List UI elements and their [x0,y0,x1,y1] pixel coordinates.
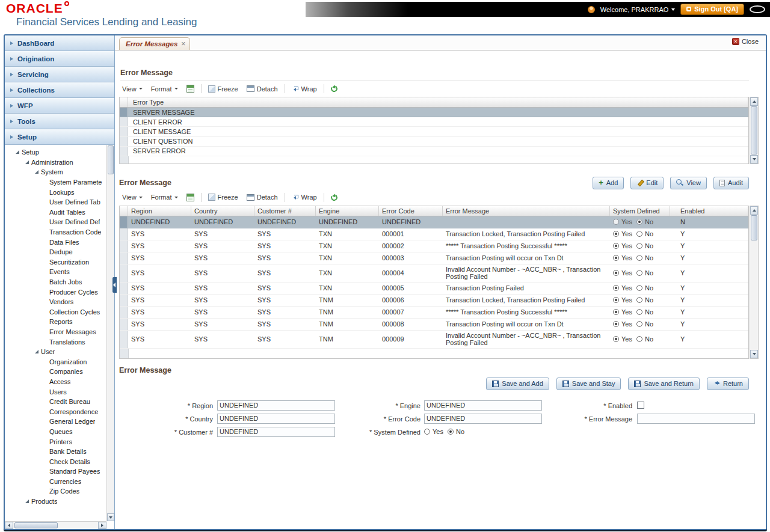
tree-item-zip-codes[interactable]: Zip Codes [5,486,106,497]
system-defined-radio-yes[interactable] [613,219,619,225]
column-header-error-type[interactable]: Error Type [128,97,748,107]
column-header-customer[interactable]: Customer # [254,206,316,216]
audit-button[interactable]: Audit [713,177,749,189]
scrollbar-track[interactable] [13,522,98,529]
system-defined-radio-yes[interactable] [613,231,619,237]
tree-item-access[interactable]: Access [5,377,106,387]
tab-error-messages[interactable]: Error Messages [119,37,190,50]
error-message-row[interactable]: SYSSYSSYSTNM000009Invalid Account Number… [120,331,748,349]
tree-item-user-defined-tab[interactable]: User Defined Tab [5,197,106,207]
tree-vertical-scrollbar[interactable] [106,145,114,521]
tree-item-administration[interactable]: Administration [5,157,106,168]
error-type-row[interactable]: CLIENT QUESTION [120,137,748,147]
column-header-error-message[interactable]: Error Message [443,206,610,216]
system-defined-radio-no[interactable] [636,231,642,237]
system-defined-radio-no[interactable] [636,219,642,225]
country-input[interactable] [217,414,335,424]
table1-vertical-scrollbar[interactable] [750,97,759,164]
view-menu[interactable]: View [120,192,144,202]
save-and-stay-button[interactable]: Save and Stay [556,378,621,390]
tree-item-audit-tables[interactable]: Audit Tables [5,207,106,218]
scroll-down-button[interactable] [750,155,758,164]
tree-item-batch-jobs[interactable]: Batch Jobs [5,277,106,287]
sign-out-button[interactable]: Sign Out [QA] [680,4,744,15]
error-message-row[interactable]: SYSSYSSYSTNM000007***** Transaction Post… [120,307,748,319]
error-message-row[interactable]: SYSSYSSYSTXN000003Transaction Posting wi… [120,252,748,264]
tree-item-collection-cycles[interactable]: Collection Cycles [5,307,106,317]
error-type-row[interactable]: SERVER MESSAGE [120,108,748,117]
enabled-checkbox[interactable] [637,402,644,409]
error-message-input[interactable] [637,414,755,424]
freeze-button[interactable]: Freeze [206,192,240,202]
sidebar-item-setup[interactable]: Setup [5,129,114,145]
tree-item-system-paramete[interactable]: System Paramete [5,177,106,188]
row-selector[interactable] [120,319,128,330]
system-defined-radio-yes[interactable] [613,336,619,342]
tree-item-reports[interactable]: Reports [5,317,106,327]
system-defined-radio-yes[interactable] [613,255,619,261]
sidebar-item-servicing[interactable]: Servicing [5,67,114,82]
error-message-row[interactable]: SYSSYSSYSTXN000001Transaction Locked, Tr… [120,228,748,240]
row-selector[interactable] [120,240,128,252]
region-input[interactable] [217,400,335,411]
system-defined-radio-yes[interactable] [613,309,619,315]
sidebar-item-wfp[interactable]: WFP [5,98,114,114]
view-menu[interactable]: View [120,84,144,94]
save-and-add-button[interactable]: Save and Add [486,378,549,390]
system-defined-radio-no[interactable] [636,270,642,276]
error-message-row[interactable]: SYSSYSSYSTNM000008Transaction Posting wi… [120,319,748,331]
tree-item-currencies[interactable]: Currencies [5,477,106,487]
system-defined-radio-no[interactable] [636,336,642,342]
row-selector[interactable] [120,147,128,156]
scroll-down-button[interactable] [107,513,114,521]
tree-item-correspondence[interactable]: Correspondence [5,406,106,417]
tree-item-setup[interactable]: Setup [5,147,106,157]
tree-item-products[interactable]: Products [5,497,106,507]
system-defined-radio-no[interactable] [636,285,642,291]
engine-input[interactable] [424,400,542,411]
row-selector[interactable] [120,127,128,136]
tree-item-vendors[interactable]: Vendors [5,297,106,307]
row-selector[interactable] [120,331,128,348]
tree-item-bank-details[interactable]: Bank Details [5,447,106,457]
tree-item-organization[interactable]: Organization [5,356,106,367]
detach-button[interactable]: Detach [245,84,280,94]
error-message-row[interactable]: SYSSYSSYSTXN000004Invalid Account Number… [120,264,748,283]
system-defined-radio-yes[interactable] [613,285,619,291]
sidebar-collapse-handle[interactable] [112,277,117,293]
row-selector[interactable] [120,307,128,318]
export-button[interactable] [185,84,196,94]
column-header-country[interactable]: Country [191,206,254,216]
form-system-defined-radio-yes[interactable] [424,429,430,435]
row-selector[interactable] [120,264,128,282]
scroll-down-button[interactable] [750,350,758,358]
return-button[interactable]: Return [707,378,749,390]
tree-item-credit-bureau[interactable]: Credit Bureau [5,397,106,407]
refresh-button[interactable] [329,84,339,93]
column-header-engine[interactable]: Engine [316,206,379,216]
error-message-row[interactable]: SYSSYSSYSTXN000002***** Transaction Post… [120,240,748,252]
edit-button[interactable]: Edit [630,177,664,189]
tree-item-standard-payees[interactable]: Standard Payees [5,466,106,477]
freeze-button[interactable]: Freeze [206,84,240,94]
row-selector[interactable] [120,137,128,146]
system-defined-radio-no[interactable] [636,321,642,327]
tree-item-securitization[interactable]: Securitization [5,257,106,268]
row-selector[interactable] [120,108,128,117]
error-message-row[interactable]: SYSSYSSYSTXN000005Transaction Posting Fa… [120,283,748,295]
wrap-button[interactable]: Wrap [290,84,319,94]
sidebar-item-origination[interactable]: Origination [5,51,114,67]
scroll-up-button[interactable] [750,206,758,215]
error-type-row[interactable]: CLIENT ERROR [120,117,748,127]
row-selector[interactable] [120,252,128,264]
error-message-row[interactable]: SYSSYSSYSTNM000006Transaction Locked, Tr… [120,295,748,307]
scroll-up-button[interactable] [750,97,758,106]
close-button[interactable]: Close [732,38,759,45]
error-code-input[interactable] [424,414,542,424]
detach-button[interactable]: Detach [245,192,280,202]
system-defined-radio-no[interactable] [636,309,642,315]
tree-item-user[interactable]: User [5,347,106,357]
system-defined-radio-yes[interactable] [613,321,619,327]
column-header-region[interactable]: Region [128,206,191,216]
refresh-button[interactable] [329,193,339,202]
